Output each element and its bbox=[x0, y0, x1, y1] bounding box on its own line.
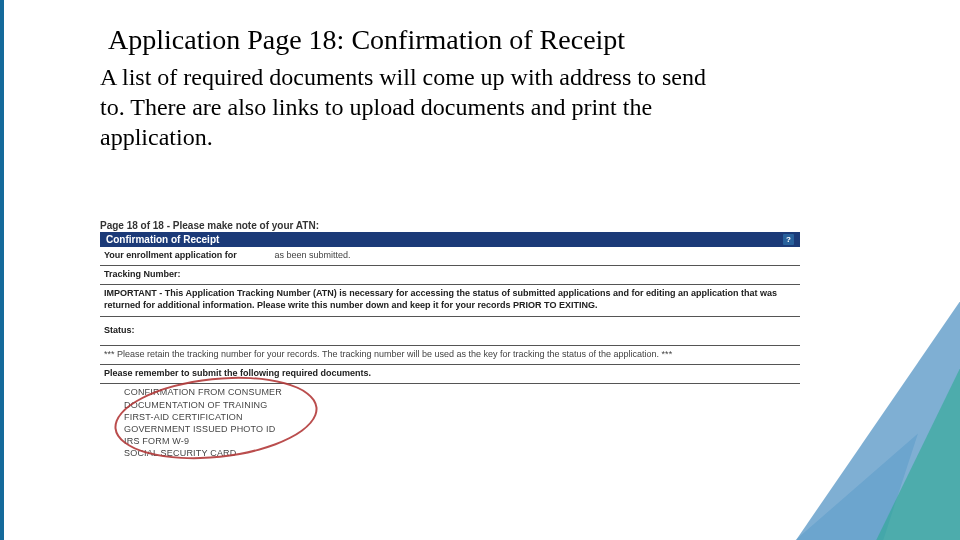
doc-item: GOVERNMENT ISSUED PHOTO ID bbox=[124, 423, 800, 435]
enrollment-suffix: as been submitted. bbox=[274, 250, 350, 260]
help-icon[interactable]: ? bbox=[783, 234, 794, 245]
slide-title: Application Page 18: Confirmation of Rec… bbox=[108, 24, 625, 56]
confirmation-banner: Confirmation of Receipt ? bbox=[100, 232, 800, 247]
embedded-screenshot: Page 18 of 18 - Please make note of your… bbox=[100, 218, 800, 461]
decorative-triangle bbox=[841, 305, 960, 540]
important-note: IMPORTANT - This Application Tracking Nu… bbox=[100, 285, 800, 314]
tracking-number-label: Tracking Number: bbox=[100, 266, 800, 282]
status-label: Status: bbox=[100, 317, 800, 343]
slide-description: A list of required documents will come u… bbox=[100, 62, 720, 152]
banner-title: Confirmation of Receipt bbox=[106, 234, 219, 245]
doc-item: FIRST-AID CERTIFICATION bbox=[124, 411, 800, 423]
doc-item: IRS FORM W-9 bbox=[124, 435, 800, 447]
slide: Application Page 18: Confirmation of Rec… bbox=[0, 0, 960, 540]
retain-note: *** Please retain the tracking number fo… bbox=[100, 346, 800, 362]
enrollment-line: Your enrollment application for as been … bbox=[100, 247, 800, 263]
required-documents-list: CONFIRMATION FROM CONSUMER DOCUMENTATION… bbox=[100, 384, 800, 461]
doc-item: CONFIRMATION FROM CONSUMER bbox=[124, 386, 800, 398]
doc-item: DOCUMENTATION OF TRAINING bbox=[124, 399, 800, 411]
required-docs-header: Please remember to submit the following … bbox=[100, 365, 800, 381]
page-indicator: Page 18 of 18 - Please make note of your… bbox=[100, 218, 800, 232]
enrollment-prefix: Your enrollment application for bbox=[104, 250, 237, 260]
left-accent-bar bbox=[0, 0, 4, 540]
doc-item: SOCIAL SECURITY CARD bbox=[124, 447, 800, 459]
